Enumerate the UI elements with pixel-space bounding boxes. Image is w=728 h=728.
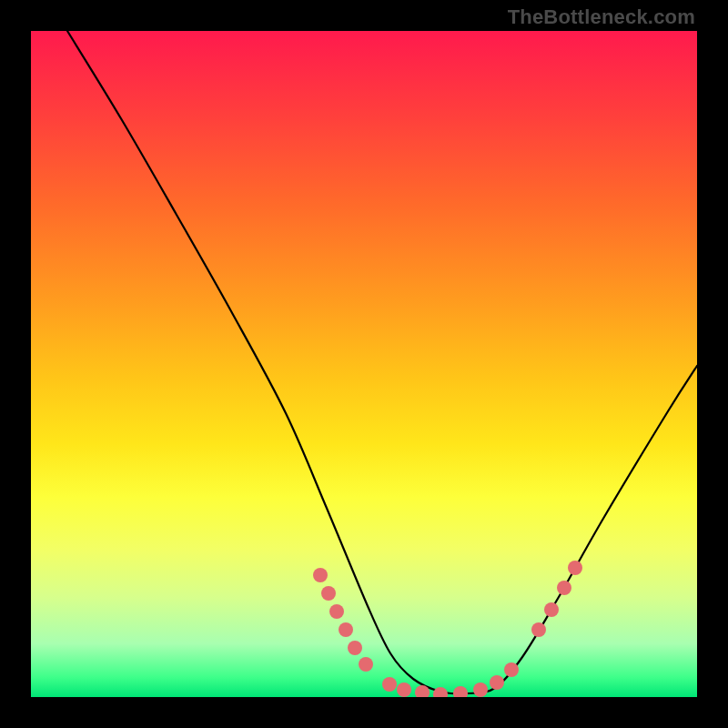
highlight-dot [359,657,373,672]
highlight-dot [313,568,328,582]
watermark-text: TheBottleneck.com [508,5,695,29]
highlight-dot [329,604,344,619]
curve-layer [67,31,697,693]
highlight-dot [397,682,411,697]
chart-frame: TheBottleneck.com [0,0,728,728]
bottleneck-curve [67,31,697,693]
highlight-dot [531,622,546,637]
highlight-dots [313,561,582,697]
highlight-dot [544,602,559,617]
highlight-dot [557,581,571,595]
highlight-dot [382,677,397,692]
highlight-dot [339,622,353,637]
highlight-dot [490,675,504,690]
highlight-dot [433,687,448,697]
highlight-dot [348,641,362,655]
highlight-dot [504,662,519,677]
highlight-dot [453,686,468,697]
highlight-dot [568,561,582,575]
plot-area [31,31,697,697]
highlight-dot [473,682,488,697]
highlight-dot [321,586,336,601]
chart-svg [31,31,697,697]
